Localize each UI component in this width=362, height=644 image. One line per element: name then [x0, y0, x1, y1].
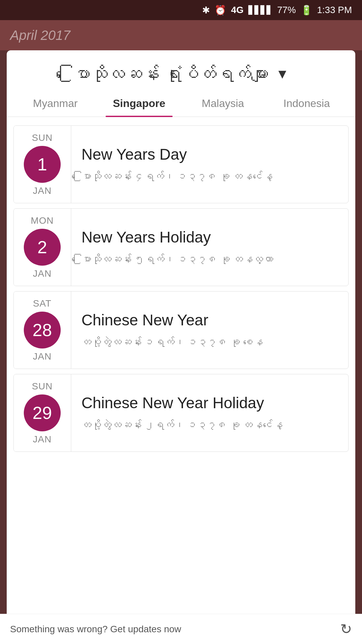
app-header-title: ပြောသိုလဆန်း ရုံးပိတ်ရက်များ — [73, 64, 269, 84]
tab-malaysia[interactable]: Malaysia — [181, 91, 265, 116]
holiday-details: New Years Holiday ပြောသိုလဆန်း ၅ရက်၊ ၁၃၇… — [71, 209, 348, 286]
tab-singapore[interactable]: Singapore — [97, 91, 181, 116]
day-name: SUN — [32, 132, 53, 143]
battery-icon: 🔋 — [301, 5, 312, 16]
month-name: JAN — [33, 185, 52, 196]
holiday-name: New Years Holiday — [81, 228, 338, 246]
refresh-icon[interactable]: ↻ — [340, 621, 352, 637]
holiday-name: Chinese New Year Holiday — [81, 394, 338, 412]
alarm-icon: ⏰ — [215, 5, 226, 16]
tab-indonesia[interactable]: Indonesia — [265, 91, 349, 116]
date-section: SUN 29 JAN — [14, 374, 71, 451]
background-header: April 2017 — [0, 20, 362, 50]
holiday-myanmar-text: တပို့တွဲလဆန်း ၂ရက်၊ ၁၃၇၈ ခု တနင်နေ့ — [81, 417, 338, 432]
tabs-container: Myanmar Singapore Malaysia Indonesia — [7, 91, 355, 117]
date-circle: 1 — [24, 146, 61, 183]
tab-myanmar[interactable]: Myanmar — [13, 91, 97, 116]
status-icons: ✱ ⏰ 4G ▋▋▋▋ 77% 🔋 1:33 PM — [202, 5, 352, 16]
holiday-myanmar-text: ပြောသိုလဆန်း ၄ရက်၊ ၁၃၇၈ ခု တနင်နေ့ — [81, 169, 338, 184]
month-name: JAN — [33, 268, 52, 279]
bluetooth-icon: ✱ — [202, 5, 210, 16]
date-circle: 2 — [24, 229, 61, 266]
bg-header-title: April 2017 — [10, 28, 70, 43]
holiday-name: New Years Day — [81, 145, 338, 163]
bottom-bar: Something was wrong? Get updates now ↻ — [0, 614, 362, 644]
holiday-details: New Years Day ပြောသိုလဆန်း ၄ရက်၊ ၁၃၇၈ ခု… — [71, 126, 348, 203]
holiday-list: SUN 1 JAN New Years Day ပြောသိုလဆန်း ၄ရက… — [7, 117, 355, 460]
holiday-myanmar-text: ပြောသိုလဆန်း ၅ရက်၊ ၁၃၇၈ ခု တနလ္တာ — [81, 252, 338, 267]
signal-icon: ▋▋▋▋ — [248, 5, 273, 15]
time-display: 1:33 PM — [317, 5, 352, 15]
main-card: ပြောသိုလဆန်း ရုံးပိတ်ရက်များ ▼ Myanmar S… — [7, 50, 355, 621]
month-name: JAN — [33, 351, 52, 362]
date-section: SUN 1 JAN — [14, 126, 71, 203]
app-header: ပြောသိုလဆန်း ရုံးပိတ်ရက်များ ▼ — [7, 50, 355, 91]
holiday-item[interactable]: SUN 29 JAN Chinese New Year Holiday တပို… — [13, 374, 349, 452]
day-name: SUN — [32, 381, 53, 392]
day-name: MON — [31, 215, 54, 226]
date-section: SAT 28 JAN — [14, 291, 71, 369]
holiday-item[interactable]: MON 2 JAN New Years Holiday ပြောသိုလဆန်း… — [13, 208, 349, 286]
holiday-item[interactable]: SAT 28 JAN Chinese New Year တပို့တွဲလဆန်… — [13, 291, 349, 369]
network-label: 4G — [231, 5, 243, 15]
holiday-myanmar-text: တပို့တွဲလဆန်း ၁ရက်၊ ၁၃၇၈ ခု စနေ — [81, 334, 338, 350]
holiday-details: Chinese New Year Holiday တပို့တွဲလဆန်း ၂… — [71, 374, 348, 451]
holiday-item[interactable]: SUN 1 JAN New Years Day ပြောသိုလဆန်း ၄ရက… — [13, 125, 349, 203]
bottom-bar-message: Something was wrong? Get updates now — [10, 624, 181, 635]
day-name: SAT — [33, 298, 51, 309]
dropdown-icon[interactable]: ▼ — [276, 66, 289, 82]
date-circle: 28 — [24, 312, 61, 348]
date-section: MON 2 JAN — [14, 209, 71, 286]
holiday-name: Chinese New Year — [81, 311, 338, 329]
month-name: JAN — [33, 434, 52, 445]
holiday-details: Chinese New Year တပို့တွဲလဆန်း ၁ရက်၊ ၁၃၇… — [71, 291, 348, 369]
status-bar: ✱ ⏰ 4G ▋▋▋▋ 77% 🔋 1:33 PM — [0, 0, 362, 20]
battery-label: 77% — [277, 5, 296, 15]
date-circle: 29 — [24, 394, 61, 431]
